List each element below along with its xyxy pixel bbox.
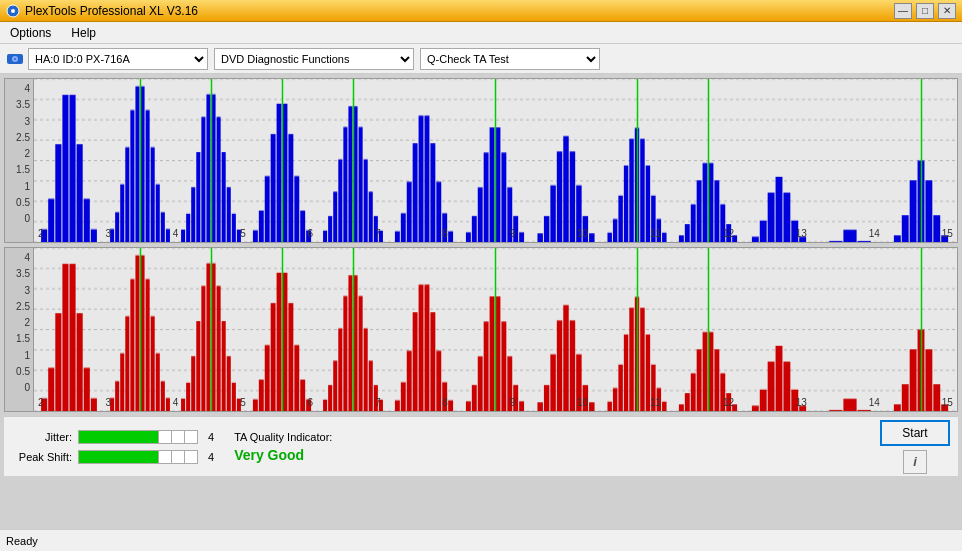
ta-quality-label: TA Quality Indicator: xyxy=(234,431,332,443)
bottom-chart-inner: 2 3 4 5 6 7 8 9 10 11 12 13 14 15 xyxy=(33,248,957,411)
bottom-chart-canvas xyxy=(34,248,957,411)
peak-shift-meter xyxy=(78,450,198,464)
drive-icon xyxy=(6,50,24,68)
bottom-chart: 4 3.5 3 2.5 2 1.5 1 0.5 0 2 3 4 5 6 7 xyxy=(4,247,958,412)
menu-bar: Options Help xyxy=(0,22,962,44)
bottom-bar: Jitter: 4 Peak Shift: xyxy=(4,416,958,476)
status-text: Ready xyxy=(6,535,38,547)
charts-area: 4 3.5 3 2.5 2 1.5 1 0.5 0 2 3 4 5 6 7 xyxy=(4,78,958,412)
bottom-chart-x-axis: 2 3 4 5 6 7 8 9 10 11 12 13 14 15 xyxy=(34,393,957,411)
toolbar: HA:0 ID:0 PX-716A DVD Diagnostic Functio… xyxy=(0,44,962,74)
top-chart-inner: 2 3 4 5 6 7 8 9 10 11 12 13 14 15 xyxy=(33,79,957,242)
main-content: 4 3.5 3 2.5 2 1.5 1 0.5 0 2 3 4 5 6 7 xyxy=(0,74,962,529)
info-button[interactable]: i xyxy=(903,450,927,474)
peak-shift-row: Peak Shift: 4 xyxy=(12,450,214,464)
top-chart: 4 3.5 3 2.5 2 1.5 1 0.5 0 2 3 4 5 6 7 xyxy=(4,78,958,243)
function-select[interactable]: DVD Diagnostic Functions xyxy=(214,48,414,70)
window-title: PlexTools Professional XL V3.16 xyxy=(25,4,198,18)
top-chart-canvas xyxy=(34,79,957,242)
start-button[interactable]: Start xyxy=(880,420,950,446)
svg-point-4 xyxy=(14,58,16,60)
ta-quality-section: TA Quality Indicator: Very Good xyxy=(234,431,332,463)
jitter-meter xyxy=(78,430,198,444)
test-select[interactable]: Q-Check TA Test xyxy=(420,48,600,70)
jitter-row: Jitter: 4 xyxy=(12,430,214,444)
bottom-chart-y-axis: 4 3.5 3 2.5 2 1.5 1 0.5 0 xyxy=(5,248,33,411)
title-bar: PlexTools Professional XL V3.16 — □ ✕ xyxy=(0,0,962,22)
menu-options[interactable]: Options xyxy=(4,24,57,42)
title-bar-left: PlexTools Professional XL V3.16 xyxy=(6,4,198,18)
minimize-button[interactable]: — xyxy=(894,3,912,19)
status-bar: Ready xyxy=(0,529,962,551)
menu-help[interactable]: Help xyxy=(65,24,102,42)
app-icon xyxy=(6,4,20,18)
drive-selector: HA:0 ID:0 PX-716A xyxy=(6,48,208,70)
peak-shift-value: 4 xyxy=(208,451,214,463)
drive-select[interactable]: HA:0 ID:0 PX-716A xyxy=(28,48,208,70)
ta-quality-value: Very Good xyxy=(234,447,332,463)
jitter-label: Jitter: xyxy=(12,431,72,443)
svg-point-1 xyxy=(11,9,15,13)
title-controls: — □ ✕ xyxy=(894,3,956,19)
peak-shift-label: Peak Shift: xyxy=(12,451,72,463)
top-chart-y-axis: 4 3.5 3 2.5 2 1.5 1 0.5 0 xyxy=(5,79,33,242)
close-button[interactable]: ✕ xyxy=(938,3,956,19)
start-btn-area: Start i xyxy=(880,420,950,474)
jitter-value: 4 xyxy=(208,431,214,443)
top-chart-x-axis: 2 3 4 5 6 7 8 9 10 11 12 13 14 15 xyxy=(34,224,957,242)
maximize-button[interactable]: □ xyxy=(916,3,934,19)
